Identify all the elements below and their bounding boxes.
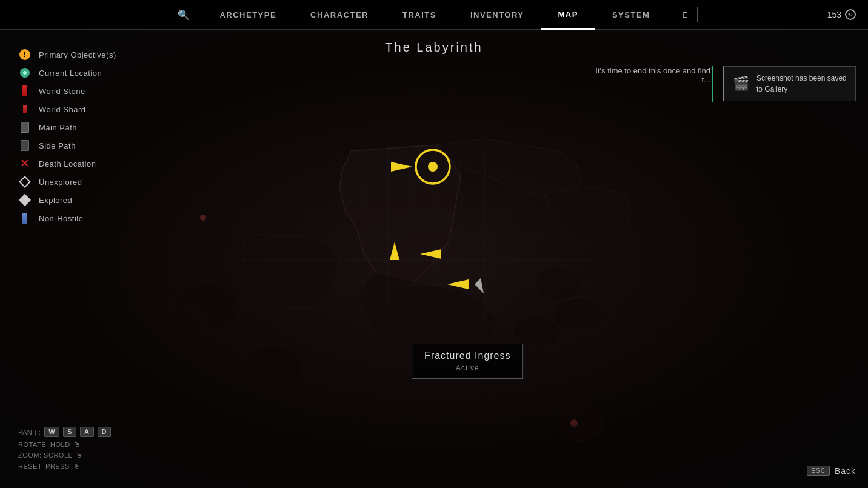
mouse-icon-zoom: 🖱: [76, 452, 83, 459]
svg-marker-9: [512, 315, 561, 348]
score-display: 153 ⟲: [827, 9, 856, 20]
legend-label-sidepath: Side Path: [39, 141, 76, 150]
e-button[interactable]: E: [672, 7, 698, 22]
svg-marker-8: [552, 296, 606, 333]
legend-item-unexplored: Unexplored: [18, 175, 116, 189]
control-pan: PAN | : W S A D: [18, 427, 111, 437]
svg-point-12: [200, 215, 206, 221]
green-accent-bar: [712, 66, 713, 102]
score-icon: ⟲: [845, 9, 856, 20]
nav-archetype[interactable]: ARCHETYPE: [202, 0, 293, 30]
mainpath-icon: [18, 121, 32, 134]
search-button[interactable]: 🔍: [165, 0, 203, 30]
legend-label-nonhostile: Non-Hostile: [39, 214, 83, 223]
legend-label-current: Current Location: [39, 69, 102, 78]
control-rotate-label: ROTATE: HOLD: [18, 441, 70, 448]
svg-point-11: [561, 407, 603, 441]
svg-marker-4: [242, 236, 339, 309]
legend-item-worldstone: World Stone: [18, 84, 116, 98]
legend-item-objective: ! Primary Objective(s): [18, 48, 116, 61]
worldstone-icon: [18, 84, 32, 98]
objective-icon: !: [18, 48, 32, 61]
legend-label-explored: Explored: [39, 196, 72, 205]
legend-label-unexplored: Unexplored: [39, 178, 82, 187]
key-a: A: [80, 427, 93, 437]
unexplored-icon: [18, 175, 32, 189]
nav-system[interactable]: SYSTEM: [595, 0, 667, 30]
back-label: Back: [835, 466, 856, 476]
legend-item-explored: Explored: [18, 193, 116, 207]
nav-map[interactable]: MAP: [541, 0, 595, 30]
back-button[interactable]: ESC Back: [807, 466, 856, 476]
location-status: Active: [424, 364, 510, 372]
control-reset: RESET: PRESS 🖱: [18, 463, 111, 470]
key-s: S: [63, 427, 76, 437]
location-name: Fractured Ingress: [424, 350, 510, 361]
map-area[interactable]: The Labyrinth: [0, 30, 868, 488]
control-reset-label: RESET: PRESS: [18, 463, 70, 470]
legend-item-sidepath: Side Path: [18, 139, 116, 152]
esc-key: ESC: [807, 466, 830, 476]
svg-marker-2: [546, 187, 630, 248]
key-d: D: [98, 427, 111, 437]
mouse-icon-reset: 🖱: [73, 463, 81, 470]
objective-hint: It's time to end this once and find t...: [589, 66, 710, 84]
sidepath-icon: [18, 139, 32, 152]
nav-inventory[interactable]: INVENTORY: [453, 0, 541, 30]
legend-label-death: Death Location: [39, 159, 96, 169]
worldshard-icon: [18, 102, 32, 116]
death-icon: ✕: [18, 157, 32, 170]
nav-character[interactable]: CHARACTER: [293, 0, 386, 30]
legend-item-death: ✕ Death Location: [18, 157, 116, 170]
key-w: W: [44, 427, 59, 437]
camera-icon: 🎬: [733, 76, 749, 92]
legend-label-mainpath: Main Path: [39, 123, 77, 132]
top-navigation: 🔍 ARCHETYPE CHARACTER TRAITS INVENTORY M…: [0, 0, 868, 30]
legend-label-worldshard: World Shard: [39, 105, 86, 114]
screenshot-text-line1: Screenshot has been saved: [756, 74, 847, 82]
controls-hint: PAN | : W S A D ROTATE: HOLD 🖱 ZOOM: SCR…: [18, 427, 111, 470]
legend: ! Primary Objective(s) Current Location …: [18, 48, 116, 225]
legend-label-objective: Primary Objective(s): [39, 50, 116, 59]
location-tooltip: Fractured Ingress Active: [412, 344, 523, 379]
screenshot-text-line2: to Gallery: [756, 85, 787, 93]
svg-point-6: [158, 306, 206, 348]
legend-label-worldstone: World Stone: [39, 87, 85, 96]
current-location-icon: [18, 66, 32, 79]
screenshot-notification: 🎬 Screenshot has been saved to Gallery: [723, 66, 856, 101]
mouse-icon-rotate: 🖱: [74, 441, 81, 448]
legend-item-worldshard: World Shard: [18, 102, 116, 116]
score-value: 153: [827, 10, 841, 19]
svg-point-27: [428, 162, 438, 172]
control-zoom: ZOOM: SCROLL 🖱: [18, 452, 111, 459]
legend-item-mainpath: Main Path: [18, 121, 116, 134]
control-rotate: ROTATE: HOLD 🖱: [18, 441, 111, 448]
legend-item-nonhostile: Non-Hostile: [18, 212, 116, 225]
explored-icon: [18, 193, 32, 207]
nav-traits[interactable]: TRAITS: [386, 0, 453, 30]
control-zoom-label: ZOOM: SCROLL: [18, 452, 72, 459]
svg-point-10: [242, 345, 303, 393]
screenshot-text: Screenshot has been saved to Gallery: [756, 73, 847, 95]
legend-item-current: Current Location: [18, 66, 116, 79]
svg-marker-32: [475, 278, 484, 293]
control-pan-label: PAN | :: [18, 429, 41, 436]
svg-point-13: [570, 419, 578, 427]
nonhostile-icon: [18, 212, 32, 225]
svg-marker-31: [447, 279, 469, 289]
